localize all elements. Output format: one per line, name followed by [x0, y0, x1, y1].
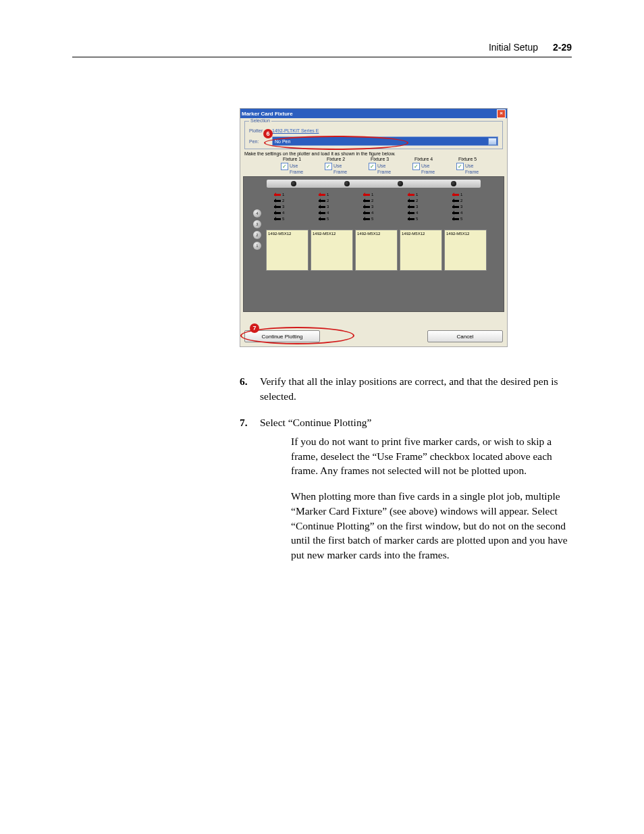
dialog-title: Marker Card Fixture — [242, 111, 293, 117]
use-frame-label-1: Use Frame — [290, 163, 303, 175]
step-7-note-2: When plotting more than five cards in a … — [291, 489, 574, 562]
use-frame-checkbox-2[interactable]: ✓ — [325, 163, 332, 170]
plotter-value-link[interactable]: 1492-PLTKIT Series E — [272, 128, 319, 133]
plotter-pin-rail — [267, 180, 481, 188]
header-rule — [72, 57, 572, 57]
pin-dot-icon — [451, 181, 456, 186]
section-name: Initial Setup — [489, 42, 538, 53]
pin-dot-icon — [344, 181, 350, 186]
card-label-4: 1492-M5X12 — [400, 230, 442, 271]
use-frame-label-3: Use Frame — [377, 163, 391, 175]
card-5: 1 2 3 4 5 1492-M5X12 — [444, 190, 487, 271]
use-frame-checkbox-4[interactable]: ✓ — [412, 163, 420, 170]
step-7-text: Select “Continue Plotting” — [260, 415, 574, 430]
callout-6-ellipse — [264, 136, 408, 150]
marker-card-fixture-dialog: Marker Card Fixture × Selection Plotter … — [240, 108, 508, 347]
use-frame-row: ✓Use Frame ✓Use Frame ✓Use Frame ✓Use Fr… — [244, 163, 503, 175]
card-3: 1 2 3 4 5 1492-M5X12 — [355, 190, 398, 271]
card-label-2: 1492-M5X12 — [311, 230, 353, 271]
fixture-2-label: Fixture 2 — [314, 157, 358, 161]
page-number: 2-29 — [553, 42, 572, 53]
slot-knob-4: 4 — [253, 209, 261, 217]
cancel-button[interactable]: Cancel — [427, 330, 503, 342]
step-7-note-1: If you do not want to print five marker … — [291, 434, 574, 478]
use-frame-label-2: Use Frame — [333, 163, 347, 175]
card-label-1: 1492-M5X12 — [266, 230, 308, 271]
callout-7-ellipse — [240, 327, 354, 344]
use-frame-checkbox-1[interactable]: ✓ — [281, 163, 288, 170]
use-frame-checkbox-5[interactable]: ✓ — [456, 163, 464, 170]
card-1: 1 2 3 4 5 1492-M5X12 — [266, 190, 308, 271]
chevron-down-icon — [488, 138, 497, 145]
dialog-titlebar: Marker Card Fixture × — [240, 109, 507, 118]
cards-row: 4 3 2 1 1 2 3 4 5 1492-M5X12 — [246, 190, 501, 271]
slot-knob-2: 2 — [253, 231, 261, 239]
use-frame-label-4: Use Frame — [421, 163, 435, 175]
slot-knob-column: 4 3 2 1 — [250, 209, 264, 250]
slot-knob-1: 1 — [253, 242, 261, 250]
pin-dot-icon — [398, 181, 403, 186]
use-frame-label-5: Use Frame — [465, 163, 479, 175]
plotter-body: 4 3 2 1 1 2 3 4 5 1492-M5X12 — [243, 176, 504, 312]
card-2: 1 2 3 4 5 1492-M5X12 — [311, 190, 353, 271]
fixture-5-label: Fixture 5 — [446, 157, 489, 161]
use-frame-checkbox-3[interactable]: ✓ — [369, 163, 376, 170]
slot-knob-3: 3 — [253, 220, 261, 228]
body-text: 6. Verify that all the inlay positions a… — [240, 374, 574, 573]
card-label-3: 1492-M5X12 — [355, 230, 398, 271]
step-7: 7. Select “Continue Plotting” — [240, 415, 574, 430]
card-4: 1 2 3 4 5 1492-M5X12 — [400, 190, 442, 271]
fixture-1-label: Fixture 1 — [270, 157, 314, 161]
selection-legend: Selection — [249, 118, 271, 123]
step-6-text: Verify that all the inlay positions are … — [260, 374, 574, 403]
fixture-4-label: Fixture 4 — [402, 157, 446, 161]
close-icon[interactable]: × — [497, 109, 506, 118]
pin-dot-icon — [291, 181, 296, 186]
card-label-5: 1492-M5X12 — [444, 230, 487, 271]
step-7-number: 7. — [240, 415, 260, 430]
callout-6-badge: 6 — [263, 129, 273, 138]
plotter-instruction: Make the settings on the plotter and loa… — [244, 151, 503, 156]
page-header: Initial Setup 2-29 — [489, 42, 572, 53]
fixture-3-label: Fixture 3 — [358, 157, 402, 161]
fixture-headers: Fixture 1 Fixture 2 Fixture 3 Fixture 4 … — [244, 157, 503, 161]
step-6-number: 6. — [240, 374, 260, 403]
step-6: 6. Verify that all the inlay positions a… — [240, 374, 574, 403]
